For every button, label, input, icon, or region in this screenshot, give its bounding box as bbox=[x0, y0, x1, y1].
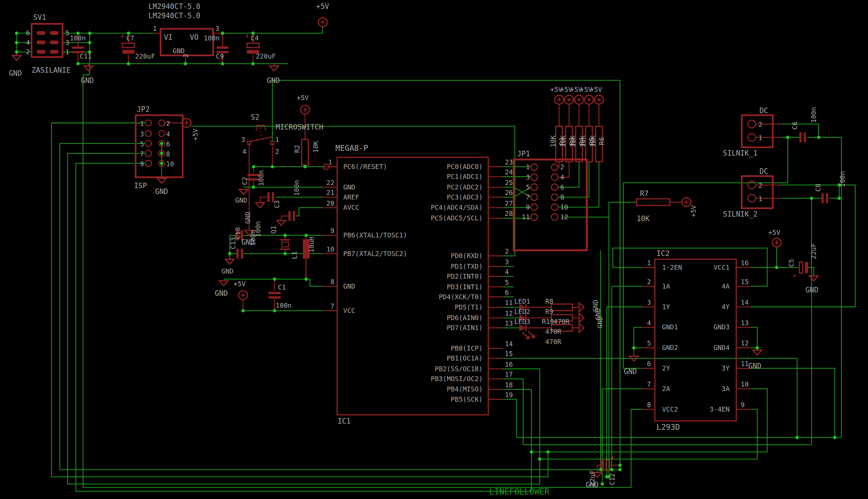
schematic-label: 3 bbox=[65, 39, 70, 47]
schematic-label: DC bbox=[759, 107, 768, 115]
schematic-label: C6 bbox=[791, 122, 799, 130]
schematic-label: PB0(ICP) bbox=[451, 344, 483, 352]
schematic-label: C11 bbox=[80, 52, 92, 60]
schematic-label: 5 bbox=[65, 29, 70, 37]
schematic-label: 9 bbox=[741, 401, 745, 409]
schematic-label: 3 bbox=[505, 258, 509, 266]
c5-capacitor-neg-plate bbox=[805, 262, 808, 273]
schematic-label: GND3 bbox=[714, 324, 730, 331]
schematic-label: 9 bbox=[140, 160, 144, 168]
schematic-label: 4A bbox=[722, 282, 730, 290]
schematic-label: PC6(/RESET) bbox=[343, 163, 387, 171]
schematic-label: PB7(XTAL2/TOSC2) bbox=[343, 250, 407, 258]
schematic-label: C4 bbox=[251, 34, 259, 42]
c1-capacitor-plate bbox=[269, 292, 281, 294]
junction-dot bbox=[838, 197, 841, 200]
schematic-label: 11 bbox=[505, 299, 513, 307]
sv1-pad bbox=[37, 31, 46, 35]
schematic-label: DC bbox=[759, 167, 768, 175]
schematic-label: GND bbox=[748, 362, 761, 370]
schematic-label: 2A bbox=[662, 385, 670, 393]
schematic-label: 15 bbox=[505, 350, 513, 358]
schematic-label: PC0(ADC0) bbox=[447, 163, 483, 171]
schematic-label: 4 bbox=[560, 173, 564, 181]
schematic-label: 1 bbox=[758, 195, 762, 203]
schematic-label: 100n bbox=[257, 170, 265, 186]
schematic-label: +5V bbox=[590, 86, 602, 94]
c8-capacitor-plate bbox=[821, 193, 823, 203]
schematic-label: GND bbox=[267, 76, 280, 85]
schematic-label: 12 bbox=[560, 213, 568, 221]
schematic-label: GND bbox=[221, 267, 233, 275]
schematic-label: + bbox=[793, 272, 796, 279]
schematic-label: C1 bbox=[278, 283, 286, 291]
junction-dot bbox=[15, 50, 18, 54]
schematic-label: PB4(MISO) bbox=[447, 385, 483, 393]
schematic-label: 10uH bbox=[308, 236, 315, 253]
schematic-label: R7 bbox=[640, 190, 648, 198]
schematic-label: 27 bbox=[505, 199, 513, 207]
schematic-label: ISP bbox=[134, 182, 147, 190]
schematic-label: + bbox=[121, 33, 124, 40]
schematic-label: GND1 bbox=[662, 324, 678, 331]
schematic-label: 2 bbox=[26, 48, 30, 56]
junction-dot bbox=[756, 346, 759, 350]
schematic-label: 13 bbox=[741, 319, 748, 327]
schematic-label: C3 bbox=[273, 200, 281, 208]
schematic-label: 16 bbox=[505, 361, 513, 368]
schematic-label: C9 bbox=[216, 52, 224, 60]
schematic-label: GND bbox=[81, 76, 94, 85]
c10-avcc-capacitor-plate bbox=[288, 211, 290, 221]
schematic-label: 10K bbox=[312, 141, 320, 153]
schematic-label: JP2 bbox=[137, 105, 150, 113]
junction-dot bbox=[810, 197, 813, 200]
junction-dot bbox=[795, 436, 799, 439]
schematic-label: LED3 bbox=[514, 318, 530, 326]
c10-avcc-capacitor-plate bbox=[293, 211, 295, 221]
c9-capacitor-plate bbox=[216, 47, 229, 49]
schematic-label: R3 bbox=[568, 137, 576, 145]
schematic-label: 23 bbox=[505, 158, 513, 166]
schematic-label: PD3(INT1) bbox=[447, 283, 483, 291]
junction-dot bbox=[184, 62, 187, 65]
schematic-label: 2 bbox=[560, 163, 564, 171]
sv1-pad bbox=[50, 50, 59, 53]
schematic-label: 5 bbox=[140, 140, 144, 148]
schematic-label: LM2940CT-5.0 bbox=[148, 12, 200, 20]
schematic-label: 8 bbox=[166, 150, 170, 158]
schematic-label: PB3(MOSI/OC2) bbox=[431, 375, 483, 383]
schematic-label: 5 bbox=[505, 279, 509, 287]
schematic-label: GND bbox=[343, 183, 355, 191]
schematic-label: 7 bbox=[526, 193, 530, 201]
schematic-label: GND bbox=[805, 286, 818, 294]
schematic-label: PB2(SS/OC1B) bbox=[435, 365, 483, 373]
schematic-label: 3 bbox=[140, 130, 144, 138]
junction-dot bbox=[283, 234, 287, 237]
schematic-label: PB5(SCK) bbox=[451, 395, 483, 403]
schematic-label: PC4(ADC4/SDA) bbox=[431, 204, 483, 211]
schematic-label: 21 bbox=[326, 189, 334, 197]
schematic-label: 6 bbox=[505, 289, 509, 296]
schematic-label: 13 bbox=[505, 319, 513, 327]
schematic-label: 470R bbox=[545, 338, 561, 346]
schematic-label: GND bbox=[235, 196, 247, 204]
schematic-label: PC1(ADC1) bbox=[447, 173, 483, 181]
schematic-label: 100n bbox=[276, 302, 292, 309]
schematic-label: 4Y bbox=[722, 303, 730, 311]
schematic-label: 17 bbox=[505, 370, 513, 378]
schematic-label: GND2 bbox=[662, 344, 678, 352]
junction-dot bbox=[76, 62, 80, 65]
junction-dot bbox=[618, 468, 622, 472]
schematic-label: 6 bbox=[647, 360, 651, 368]
schematic-label: + bbox=[245, 33, 249, 40]
c10-capacitor-plate bbox=[236, 249, 238, 259]
schematic-label: 3-4EN bbox=[710, 405, 730, 413]
schematic-label: VCC bbox=[343, 307, 355, 315]
schematic-label: 100n bbox=[204, 34, 220, 42]
junction-dot bbox=[610, 468, 613, 472]
junction-dot bbox=[221, 62, 224, 65]
c3-capacitor-plate bbox=[268, 192, 270, 202]
schematic-label: IC1 bbox=[338, 417, 351, 425]
sv1-pad bbox=[50, 31, 59, 35]
schematic-label: 6 bbox=[26, 29, 30, 37]
